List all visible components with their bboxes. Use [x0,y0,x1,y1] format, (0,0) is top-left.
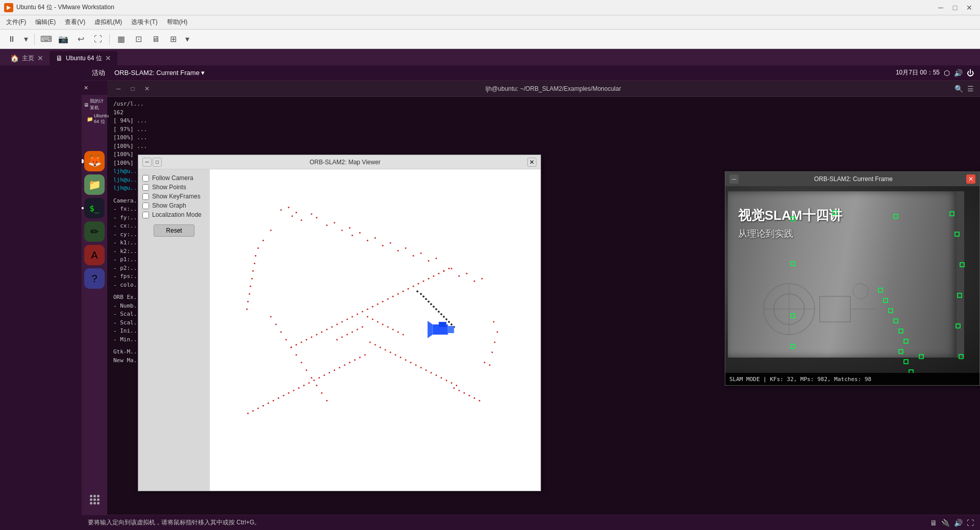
snapshot-button[interactable]: 📷 [56,32,71,46]
connect-button[interactable]: ⊡ [131,32,146,46]
svg-point-135 [298,387,300,389]
fp7 [958,293,962,297]
svg-point-64 [341,336,343,338]
svg-point-81 [446,380,447,381]
dot [90,498,92,501]
reset-button[interactable]: Reset [154,224,194,237]
show-apps-button[interactable] [84,489,105,510]
pause-dropdown-button[interactable]: ▾ [21,32,31,46]
menu-file[interactable]: 文件(F) [2,17,30,28]
svg-point-100 [392,296,394,297]
zoom-button[interactable]: ⊞ [165,32,181,46]
zoom-dropdown-button[interactable]: ▾ [183,32,192,46]
tree-item-ubuntu[interactable]: 📁 Ubuntu 64 位 [83,112,106,126]
sidebar-item-text-editor[interactable]: ✏ [84,221,105,242]
map-viewer-close-btn[interactable]: ✕ [527,158,536,167]
show-points-label[interactable]: Show Points [152,184,186,191]
activities-label[interactable]: 活动 [88,68,109,78]
follow-camera-label[interactable]: Follow Camera [152,174,193,182]
show-graph-label[interactable]: Show Graph [152,202,186,209]
menu-vm[interactable]: 虚拟机(M) [90,17,126,28]
map-viewer-minimize-btn[interactable]: ─ [142,158,152,167]
menu-view[interactable]: 查看(V) [61,17,89,28]
tab-ubuntu-close[interactable]: ✕ [105,54,111,62]
svg-point-38 [428,260,429,262]
terminal-active-indicator [82,207,84,209]
svg-point-19 [359,232,361,234]
terminal-maximize-btn[interactable]: □ [128,85,138,93]
fp1 [791,217,795,221]
show-keyframes-label[interactable]: Show KeyFrames [152,193,201,200]
terminal-line-3: [ 94%] ... [113,117,974,125]
tab-bar: 🏠 主页 ✕ 🖥 Ubuntu 64 位 ✕ [0,49,980,65]
sidebar-item-files[interactable]: 📁 [84,174,105,195]
svg-point-148 [262,405,264,407]
terminal-close-btn[interactable]: ✕ [142,85,152,93]
software-icon: A [91,249,97,261]
terminal-minimize-btn[interactable]: ─ [113,85,124,93]
close-tree-icon[interactable]: ✕ [84,85,88,91]
tab-home-close[interactable]: ✕ [37,54,43,62]
svg-point-131 [469,395,470,396]
search-icon[interactable]: 🔍 [954,85,963,93]
send-ctrl-alt-del-button[interactable]: ⌨ [38,32,54,46]
menu-icon[interactable]: ☰ [967,85,974,93]
show-graph-checkbox[interactable] [142,203,149,209]
svg-point-32 [280,331,282,333]
svg-point-92 [324,374,325,376]
sidebar-item-software[interactable]: A [84,245,105,265]
svg-point-9 [257,247,259,249]
revert-button[interactable]: ↩ [73,32,88,46]
svg-point-119 [331,326,333,328]
sidebar-item-terminal[interactable]: $_ [84,198,105,218]
svg-point-137 [288,392,289,394]
localization-mode-checkbox[interactable] [142,212,149,218]
localization-mode-label[interactable]: Localization Mode [152,211,202,218]
svg-point-113 [362,311,363,313]
firefox-icon: 🦊 [88,155,102,168]
app-name-label[interactable]: ORB-SLAM2: Current Frame ▾ [114,69,205,77]
menu-help[interactable]: 帮助(H) [163,17,192,28]
fp21 [791,262,795,266]
dot [93,498,96,501]
volume-icon[interactable]: 🔊 [954,69,963,77]
menu-tabs[interactable]: 选项卡(T) [127,17,161,28]
svg-point-66 [370,341,371,343]
svg-point-62 [352,331,353,333]
current-frame-close-btn[interactable]: ✕ [966,174,975,184]
svg-point-162 [443,316,445,318]
stretch-icon[interactable]: ⛶ [967,519,974,527]
vmware-close-button[interactable]: ✕ [963,1,976,14]
tab-home[interactable]: 🏠 主页 ✕ [4,51,50,65]
svg-point-87 [349,362,351,363]
display-button[interactable]: 🖥 [148,32,163,46]
vmware-minimize-button[interactable]: ─ [934,1,947,14]
svg-point-165 [451,323,453,325]
tab-ubuntu[interactable]: 🖥 Ubuntu 64 位 ✕ [50,51,117,65]
sidebar-item-help[interactable]: ? [84,268,105,289]
map-canvas[interactable] [210,169,541,491]
fullscreen-button[interactable]: ⛶ [90,32,106,46]
svg-point-20 [250,286,251,287]
unity-button[interactable]: ▦ [113,32,129,46]
show-points-checkbox[interactable] [142,184,149,191]
svg-point-31 [405,247,406,249]
pause-button[interactable]: ⏸ [4,32,19,46]
svg-point-22 [367,240,369,241]
toolbar-separator-1 [34,34,35,45]
vmware-title: Ubuntu 64 位 - VMware Workstation [16,3,114,12]
tree-item-computer[interactable]: 🖥 我的计算机 [83,97,106,112]
map-viewer-maximize-btn[interactable]: □ [153,158,162,167]
svg-point-68 [379,346,381,348]
svg-point-150 [252,410,254,412]
vmware-maximize-button[interactable]: □ [948,1,962,14]
menu-edit[interactable]: 编辑(E) [31,17,60,28]
current-frame-minimize-btn[interactable]: ─ [729,174,739,184]
power-icon[interactable]: ⏻ [967,69,974,77]
terminal-line-5: [100%] ... [113,134,974,142]
follow-camera-checkbox[interactable] [142,175,149,182]
svg-point-124 [306,339,307,340]
sidebar-item-firefox[interactable]: 🦊 [84,151,105,171]
svg-point-153 [423,295,425,297]
show-keyframes-checkbox[interactable] [142,193,149,200]
